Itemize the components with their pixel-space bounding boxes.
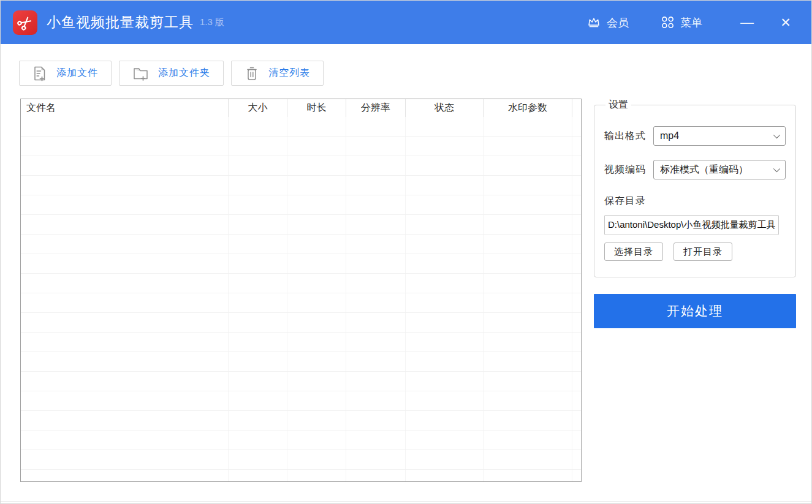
app-logo xyxy=(13,10,37,35)
app-window: 小鱼视频批量裁剪工具 1.3 版 会员 菜单 — ✕ xyxy=(0,0,812,504)
table-row xyxy=(21,411,581,431)
add-folder-button[interactable]: 添加文件夹 xyxy=(119,61,224,86)
clear-list-button[interactable]: 清空列表 xyxy=(231,61,324,86)
table-row xyxy=(21,117,581,137)
toolbar: 添加文件 添加文件夹 清空列表 xyxy=(1,44,811,86)
crown-icon xyxy=(586,15,601,30)
menu-button[interactable]: 菜单 xyxy=(658,12,705,34)
save-dir-label: 保存目录 xyxy=(604,195,786,208)
close-button[interactable]: ✕ xyxy=(770,10,802,35)
version-label: 1.3 版 xyxy=(200,17,224,28)
column-header-watermark[interactable]: 水印参数 xyxy=(484,99,572,117)
encoder-label: 视频编码 xyxy=(604,164,653,176)
table-row xyxy=(21,293,581,313)
column-header-resolution[interactable]: 分辨率 xyxy=(346,99,406,117)
file-table-body xyxy=(21,117,581,482)
column-header-status[interactable]: 状态 xyxy=(406,99,484,117)
add-folder-icon xyxy=(132,66,149,81)
save-dir-input[interactable] xyxy=(604,215,779,235)
output-format-select[interactable]: mp4 xyxy=(653,126,786,146)
table-row xyxy=(21,372,581,391)
table-row xyxy=(21,450,581,470)
table-row xyxy=(21,333,581,352)
grid-icon xyxy=(661,15,675,29)
minimize-button[interactable]: — xyxy=(733,10,761,35)
window-bottom-edge xyxy=(1,501,811,502)
dir-button-row: 选择目录 打开目录 xyxy=(604,243,786,261)
start-processing-button[interactable]: 开始处理 xyxy=(594,294,796,328)
add-file-icon xyxy=(32,66,47,81)
table-header: 文件名 大小 时长 分辨率 状态 水印参数 xyxy=(21,99,581,117)
settings-panel: 设置 输出格式 mp4 视频编码 标准模式（重编码） 保存目录 xyxy=(594,99,796,328)
column-header-filler xyxy=(572,99,581,117)
table-row xyxy=(21,313,581,333)
output-format-value: mp4 xyxy=(660,130,679,141)
table-row xyxy=(21,215,581,235)
encoder-row: 视频编码 标准模式（重编码） xyxy=(604,160,786,179)
column-header-size[interactable]: 大小 xyxy=(229,99,287,117)
trash-icon xyxy=(245,66,259,81)
table-row xyxy=(21,156,581,176)
output-format-label: 输出格式 xyxy=(604,130,653,143)
encoder-value: 标准模式（重编码） xyxy=(660,164,748,176)
table-row xyxy=(21,254,581,274)
scissors-icon xyxy=(14,11,37,34)
column-header-filename[interactable]: 文件名 xyxy=(21,99,229,117)
titlebar: 小鱼视频批量裁剪工具 1.3 版 会员 菜单 — ✕ xyxy=(1,1,811,44)
chevron-down-icon xyxy=(773,165,780,172)
settings-title: 设置 xyxy=(605,99,631,111)
add-folder-label: 添加文件夹 xyxy=(158,67,210,80)
chevron-down-icon xyxy=(773,132,780,138)
table-row xyxy=(21,195,581,215)
choose-dir-button[interactable]: 选择目录 xyxy=(604,243,663,261)
output-format-row: 输出格式 mp4 xyxy=(604,126,786,146)
open-dir-button[interactable]: 打开目录 xyxy=(674,243,732,261)
column-header-duration[interactable]: 时长 xyxy=(287,99,346,117)
table-row xyxy=(21,391,581,411)
table-row xyxy=(21,352,581,372)
table-row xyxy=(21,137,581,156)
member-button[interactable]: 会员 xyxy=(584,12,631,34)
menu-label: 菜单 xyxy=(680,15,702,30)
add-file-label: 添加文件 xyxy=(56,67,98,80)
settings-group: 设置 输出格式 mp4 视频编码 标准模式（重编码） 保存目录 xyxy=(594,99,796,277)
table-row xyxy=(21,431,581,450)
main-content: 文件名 大小 时长 分辨率 状态 水印参数 设置 输出格式 mp4 xyxy=(20,99,811,482)
table-row xyxy=(21,176,581,195)
file-table: 文件名 大小 时长 分辨率 状态 水印参数 xyxy=(20,99,582,482)
table-row xyxy=(21,470,581,482)
member-label: 会员 xyxy=(607,15,629,30)
table-row xyxy=(21,235,581,254)
clear-list-label: 清空列表 xyxy=(268,67,310,80)
table-row xyxy=(21,274,581,293)
add-file-button[interactable]: 添加文件 xyxy=(19,61,112,86)
encoder-select[interactable]: 标准模式（重编码） xyxy=(653,160,786,179)
page-title: 小鱼视频批量裁剪工具 xyxy=(47,13,194,32)
